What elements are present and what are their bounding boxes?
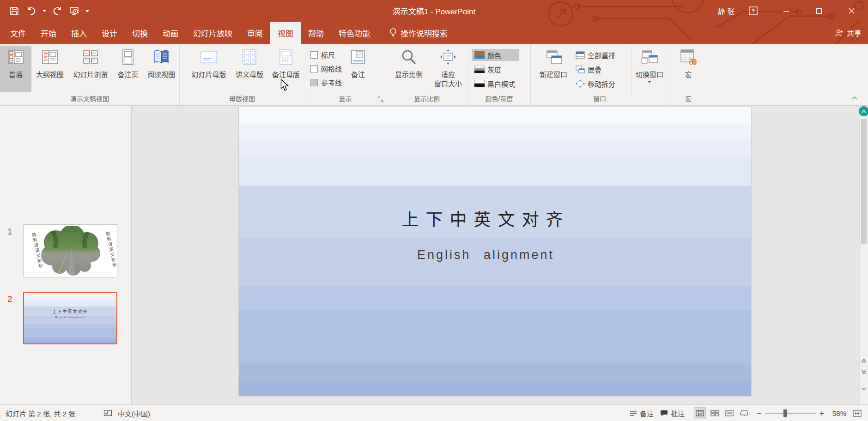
tab-design[interactable]: 设计: [94, 22, 125, 44]
group-master-views: 幻灯片母版 讲义母版: [179, 44, 305, 105]
tab-insert[interactable]: 插入: [64, 22, 94, 44]
handout-master-icon: [239, 47, 260, 68]
undo-dropdown-icon[interactable]: [42, 4, 47, 18]
ruler-checkbox[interactable]: 标尺: [310, 50, 342, 60]
black-white-button[interactable]: 黑白模式: [472, 78, 519, 90]
zoom-out-button[interactable]: −: [757, 409, 761, 417]
gridlines-checkbox-box[interactable]: [310, 65, 318, 72]
tab-home[interactable]: 开始: [33, 22, 64, 44]
scrollbar-thumb[interactable]: [861, 119, 867, 244]
workspace: 1: [0, 105, 868, 404]
comments-toggle[interactable]: 批注: [660, 409, 685, 418]
language-status[interactable]: 中文(中国): [118, 409, 150, 418]
group-label: 演示文稿视图: [0, 94, 179, 103]
group-color-grayscale: 颜色 灰度: [468, 44, 531, 105]
zoom-in-button[interactable]: +: [819, 409, 824, 417]
tab-transitions[interactable]: 切换: [125, 22, 155, 44]
switch-windows-icon: [639, 47, 660, 68]
magnifier-icon: [398, 47, 419, 68]
slide-canvas[interactable]: 上下中英文对齐 English alignment: [239, 107, 751, 397]
account-name[interactable]: 静 张: [718, 0, 734, 22]
share-button[interactable]: 共享: [835, 22, 862, 44]
macros-icon: [678, 47, 699, 68]
ribbon-tabs: 文件 开始 插入 设计 切换 动画 幻灯片放映 审阅 视图 帮助 特色功能 操作…: [0, 22, 868, 44]
lightbulb-icon: [389, 28, 397, 38]
redo-icon[interactable]: [50, 4, 64, 18]
tab-view[interactable]: 视图: [270, 22, 301, 44]
normal-view-status-button[interactable]: [694, 407, 706, 419]
notes-button[interactable]: 备注: [344, 46, 372, 92]
ribbon-display-options-icon[interactable]: [737, 0, 770, 22]
notes-page-icon: [117, 47, 139, 68]
zoom-slider-handle[interactable]: [783, 409, 787, 417]
slide-sorter-view-button[interactable]: 幻灯片浏览: [68, 46, 113, 92]
tab-review[interactable]: 审阅: [240, 22, 270, 44]
tab-file[interactable]: 文件: [3, 22, 33, 44]
zoom-percentage[interactable]: 58%: [828, 409, 846, 417]
group-label: 显示比例: [386, 94, 468, 103]
collapse-ribbon-icon[interactable]: [850, 94, 860, 102]
slide-title-text[interactable]: 上下中英文对齐: [239, 206, 733, 231]
ruler-checkbox-box[interactable]: [310, 51, 318, 59]
start-slideshow-icon[interactable]: [67, 4, 81, 18]
grayscale-button[interactable]: 灰度: [472, 63, 519, 75]
next-slide-button[interactable]: [860, 367, 868, 377]
proofing-status-icon[interactable]: [103, 409, 112, 417]
close-icon[interactable]: [835, 0, 868, 22]
normal-view-icon: [5, 47, 26, 68]
macros-button[interactable]: 宏: [674, 46, 703, 92]
slide-1-thumbnail[interactable]: 裁剪自定义形状 裁剪自定义形状: [23, 224, 117, 277]
minimize-icon[interactable]: [770, 0, 802, 22]
save-icon[interactable]: [7, 4, 21, 18]
previous-slide-button[interactable]: [860, 356, 868, 366]
vertical-scrollbar[interactable]: [859, 105, 868, 404]
tab-slideshow[interactable]: 幻灯片放映: [186, 22, 240, 44]
scroll-down-arrow-icon[interactable]: [860, 384, 868, 393]
handout-master-button[interactable]: 讲义母版: [232, 46, 267, 92]
guides-checkbox-box[interactable]: [310, 79, 318, 86]
arrange-all-button[interactable]: 全部重排: [573, 49, 631, 61]
move-split-icon: [576, 80, 585, 88]
guides-checkbox[interactable]: 参考线: [310, 78, 342, 87]
powerpoint-window: 演示文稿1 - PowerPoint 静 张: [0, 0, 868, 421]
slideshow-status-button[interactable]: [738, 407, 750, 419]
gridlines-checkbox[interactable]: 网格线: [310, 64, 342, 73]
undo-icon[interactable]: [24, 4, 38, 18]
group-macros: 宏 宏: [669, 44, 708, 105]
fit-slide-to-window-button[interactable]: [853, 410, 862, 417]
slide-2-thumbnail[interactable]: 上下中英文对齐 English alignment: [23, 292, 117, 344]
reading-view-button[interactable]: 阅读视图: [143, 46, 179, 92]
share-person-icon: [835, 29, 844, 37]
tab-special-features[interactable]: 特色功能: [331, 22, 377, 44]
group-label: 显示: [305, 94, 386, 103]
outline-view-button[interactable]: 大纲视图: [31, 46, 68, 92]
customize-qat-icon[interactable]: [85, 4, 90, 18]
move-split-button[interactable]: 移动拆分: [573, 78, 631, 90]
slide-master-button[interactable]: 幻灯片母版: [186, 46, 232, 92]
slide-subtitle-text[interactable]: English alignment: [239, 248, 733, 262]
normal-view-button[interactable]: 普通: [0, 46, 31, 92]
switch-windows-button[interactable]: 切换窗口: [631, 46, 668, 92]
tell-me-search[interactable]: 操作说明搜索: [389, 22, 448, 44]
slide-master-icon: [198, 47, 219, 68]
notes-toggle[interactable]: 备注: [630, 409, 654, 418]
new-window-button[interactable]: 新建窗口: [534, 46, 573, 92]
maximize-icon[interactable]: [802, 0, 835, 22]
title-bar: 演示文稿1 - PowerPoint 静 张: [0, 0, 868, 22]
fit-to-window-button[interactable]: 适应 窗口大小: [428, 46, 468, 92]
notes-page-view-button[interactable]: 备注页: [113, 46, 143, 92]
slide-thumbnail-panel[interactable]: 1: [0, 105, 132, 404]
notes-master-icon: [275, 47, 297, 68]
slide-1-number: 1: [7, 227, 12, 237]
zoom-button[interactable]: 显示比例: [389, 46, 428, 92]
tab-help[interactable]: 帮助: [301, 22, 331, 44]
cascade-button[interactable]: 层叠: [573, 63, 631, 75]
zoom-slider[interactable]: [765, 413, 816, 414]
slide-counter: 幻灯片 第 2 张, 共 2 张: [6, 409, 103, 418]
scrollbar-top-accent[interactable]: [859, 106, 868, 116]
slide-sorter-status-button[interactable]: [709, 407, 721, 419]
notes-master-button[interactable]: 备注母版: [267, 46, 305, 92]
tab-animations[interactable]: 动画: [155, 22, 186, 44]
reading-view-status-button[interactable]: [723, 407, 735, 419]
color-button[interactable]: 颜色: [472, 49, 519, 61]
